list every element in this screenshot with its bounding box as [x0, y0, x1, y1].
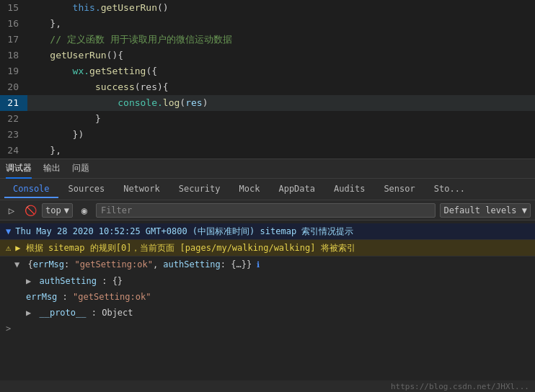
line-content-24: },	[27, 143, 535, 159]
code-line-18: 18 getUserRun(){	[0, 48, 535, 63]
errmsg-key: errMsg	[26, 292, 57, 302]
line-content-20: success(res){	[27, 79, 535, 95]
proto-key: __proto__	[39, 308, 86, 318]
console-timestamp-msg: ▼ Thu May 28 2020 10:52:25 GMT+0800 (中国标…	[0, 223, 535, 240]
line-content-18: getUserRun(){	[27, 48, 535, 63]
console-output: ▼ Thu May 28 2020 10:52:25 GMT+0800 (中国标…	[0, 220, 535, 380]
code-line-24: 24 },	[0, 143, 535, 159]
console-errmsg-line: errMsg : "getSetting:ok"	[0, 289, 535, 305]
line-content-21: console.log(res)	[27, 95, 535, 111]
line-number-18: 18	[0, 48, 27, 63]
code-line-15: 15 this.getUserRun()	[0, 0, 535, 16]
line-number-17: 17	[0, 32, 27, 48]
context-select[interactable]: top ▼	[42, 203, 73, 218]
cursor-icon: >	[6, 322, 11, 335]
line-number-23: 23	[0, 127, 27, 143]
line-content-22: }	[27, 111, 535, 127]
warn-triangle-icon: ⚠	[6, 241, 11, 254]
code-line-23: 23 })	[0, 127, 535, 143]
proto-tree-arrow[interactable]: ▶	[26, 308, 31, 318]
default-levels-dropdown[interactable]: Default levels ▼	[440, 203, 531, 218]
console-obj-line[interactable]: ▼ {errMsg: "getSetting:ok", authSetting:…	[0, 257, 535, 273]
csdn-link: https://blog.csdn.net/JHXl...	[391, 382, 529, 391]
line-content-17: // 定义函数 用于读取用户的微信运动数据	[27, 32, 535, 48]
line-number-21: 21	[0, 95, 27, 111]
console-cursor-line[interactable]: >	[0, 321, 535, 337]
obj-text: {errMsg: "getSetting:ok", authSetting: {…	[27, 259, 257, 270]
tab-problems[interactable]: 问题	[72, 159, 89, 179]
errmsg-colon: :	[63, 292, 73, 302]
console-tabs: Console Sources Network Security Mock Ap…	[0, 179, 535, 200]
line-number-22: 22	[0, 111, 27, 127]
console-proto-line[interactable]: ▶ __proto__ : Object	[0, 305, 535, 321]
line-content-19: wx.getSetting({	[27, 63, 535, 79]
code-line-21: 21 console.log(res)	[0, 95, 535, 111]
filter-input[interactable]	[96, 203, 435, 218]
tab-debugger[interactable]: 调试器	[6, 159, 32, 179]
console-toolbar: ▷ 🚫 top ▼ ◉ Default levels ▼	[0, 200, 535, 220]
devtools-panel: Console Sources Network Security Mock Ap…	[0, 179, 535, 392]
warn-text: ▶ 根据 sitemap 的规则[0]，当前页面 [pages/my/walki…	[15, 241, 529, 254]
line-content-16: },	[27, 16, 535, 32]
line-number-24: 24	[0, 143, 27, 159]
timestamp-text: Thu May 28 2020 10:52:25 GMT+0800 (中国标准时…	[15, 225, 529, 238]
line-number-19: 19	[0, 63, 27, 79]
tab-mock[interactable]: Mock	[231, 181, 269, 198]
console-auth-line[interactable]: ▶ authSetting : {}	[0, 273, 535, 289]
line-content-15: this.getUserRun()	[27, 0, 535, 16]
tab-appdata[interactable]: AppData	[270, 181, 324, 198]
context-value: top	[45, 205, 61, 215]
console-warn-msg: ⚠ ▶ 根据 sitemap 的规则[0]，当前页面 [pages/my/wal…	[0, 240, 535, 257]
code-line-16: 16 },	[0, 16, 535, 32]
info-icon: ▼	[6, 225, 11, 238]
bottom-bar: https://blog.csdn.net/JHXl...	[0, 380, 535, 392]
tab-console[interactable]: Console	[4, 181, 58, 198]
obj-info-icon: ℹ	[257, 260, 260, 270]
auth-tree-arrow[interactable]: ▶	[26, 276, 31, 286]
tab-sensor[interactable]: Sensor	[375, 181, 423, 198]
line-content-23: })	[27, 127, 535, 143]
tab-security[interactable]: Security	[170, 181, 229, 198]
auth-key: authSetting	[39, 276, 96, 286]
tab-network[interactable]: Network	[115, 181, 169, 198]
eye-button[interactable]: ◉	[77, 203, 92, 218]
tab-audits[interactable]: Audits	[325, 181, 373, 198]
tab-sources[interactable]: Sources	[60, 181, 114, 198]
code-line-17: 17 // 定义函数 用于读取用户的微信运动数据	[0, 32, 535, 48]
context-arrow-icon: ▼	[64, 205, 69, 215]
line-number-16: 16	[0, 16, 27, 32]
clear-button[interactable]: 🚫	[23, 203, 37, 218]
code-line-22: 22 }	[0, 111, 535, 127]
execute-button[interactable]: ▷	[4, 203, 19, 218]
code-editor: 15 this.getUserRun() 16 }, 17 // 定义函数 用于…	[0, 0, 535, 159]
tab-output[interactable]: 输出	[43, 159, 61, 179]
line-number-15: 15	[0, 0, 27, 16]
tab-storage[interactable]: Sto...	[425, 181, 474, 198]
devtools-tabs-bar: 调试器 输出 问题	[0, 159, 535, 179]
code-line-20: 20 success(res){	[0, 79, 535, 95]
auth-colon: : {}	[102, 276, 123, 286]
proto-colon: : Object	[92, 308, 133, 318]
obj-tree-arrow[interactable]: ▼	[14, 259, 19, 270]
errmsg-value: "getSetting:ok"	[73, 292, 151, 302]
line-number-20: 20	[0, 79, 27, 95]
code-line-19: 19 wx.getSetting({	[0, 63, 535, 79]
